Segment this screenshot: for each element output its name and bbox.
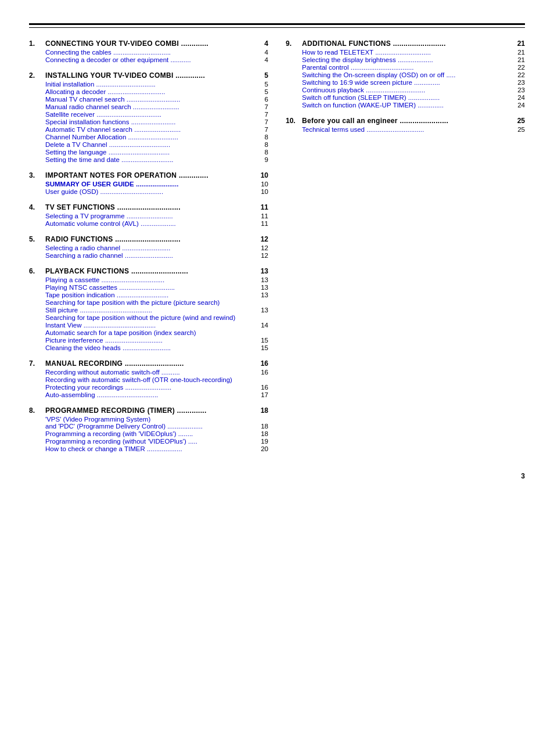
left-column: 1.CONNECTING YOUR TV-VIDEO COMBI .......… [29, 39, 268, 460]
section-page: 13 [251, 267, 268, 275]
toc-item[interactable]: Automatic volume control (AVL) .........… [29, 220, 268, 227]
toc-item[interactable]: Technical terms used ...................… [286, 126, 525, 133]
toc-item-page: 21 [508, 56, 525, 63]
toc-item-title: Technical terms used ...................… [302, 126, 508, 133]
toc-item[interactable]: Satellite receiver .....................… [29, 111, 268, 118]
toc-item[interactable]: Setting the time and date ..............… [29, 156, 268, 163]
toc-item[interactable]: Switch off function (SLEEP TIMER) ......… [286, 94, 525, 101]
toc-item-page: 20 [251, 445, 268, 452]
toc-item[interactable]: Switching to 16:9 wide screen picture ..… [286, 79, 525, 86]
toc-item[interactable]: Searching a radio channel ..............… [29, 252, 268, 259]
toc-item[interactable]: Selecting a TV programme ...............… [29, 213, 268, 219]
toc-item[interactable]: User guide (OSD) .......................… [29, 188, 268, 195]
section-title: TV SET FUNCTIONS .......................… [45, 203, 251, 211]
toc-item[interactable]: Automatic search for a tape position (in… [29, 329, 268, 336]
section-num: 1. [29, 39, 45, 48]
section-num: 10. [286, 117, 302, 125]
toc-item[interactable]: Manual radio channel search ............… [29, 103, 268, 110]
toc-item[interactable]: Programming a recording (with 'VIDEOplus… [29, 430, 268, 437]
toc-item-title: Programming a recording (with 'VIDEOplus… [45, 430, 251, 437]
toc-item[interactable]: Continuous playback ....................… [286, 87, 525, 93]
section-header: 6.PLAYBACK FUNCTIONS ...................… [29, 267, 268, 275]
section-header: 2.INSTALLING YOUR TV-VIDEO COMBI .......… [29, 71, 268, 80]
toc-item[interactable]: Protecting your recordings .............… [29, 384, 268, 391]
section-num: 8. [29, 406, 45, 415]
section-7: 7.MANUAL RECORDING .....................… [29, 359, 268, 398]
toc-item[interactable]: How to check or change a TIMER .........… [29, 445, 268, 452]
section-title: RADIO FUNCTIONS ........................… [45, 235, 251, 243]
toc-item[interactable]: SUMMARY OF USER GUIDE ..................… [29, 181, 268, 188]
toc-item[interactable]: Setting the language ...................… [29, 149, 268, 156]
toc-item[interactable]: Instant View ...........................… [29, 322, 268, 329]
toc-item[interactable]: Picture interference ...................… [29, 337, 268, 344]
toc-item-page: 8 [251, 141, 268, 148]
toc-item-page: 13 [251, 291, 268, 298]
toc-item[interactable]: Programming a recording (without 'VIDEOP… [29, 438, 268, 445]
toc-item[interactable]: Searching for tape position with the pic… [29, 299, 268, 306]
toc-item[interactable]: Delete a TV Channel ....................… [29, 141, 268, 148]
toc-item[interactable]: Selecting a radio channel ..............… [29, 244, 268, 251]
top-rule [29, 23, 525, 25]
section-num: 9. [286, 39, 302, 48]
toc-item-title: Playing a cassette .....................… [45, 276, 251, 283]
section-num: 2. [29, 71, 45, 80]
toc-item-title: Switch off function (SLEEP TIMER) ......… [302, 94, 508, 101]
section-4: 4.TV SET FUNCTIONS .....................… [29, 203, 268, 227]
toc-item-title: Playing NTSC cassettes .................… [45, 284, 251, 291]
toc-item-title: Setting the time and date ..............… [45, 156, 251, 163]
toc-item-page: 18 [251, 430, 268, 437]
toc-item[interactable]: Still picture ..........................… [29, 307, 268, 314]
toc-item-page: 13 [251, 307, 268, 314]
toc-item-title: Continuous playback ....................… [302, 87, 508, 93]
toc-item[interactable]: Channel Number Allocation ..............… [29, 134, 268, 141]
toc-item[interactable]: Auto-assembling ........................… [29, 391, 268, 398]
toc-item[interactable]: 'VPS' (Video Programming System)and 'PDC… [29, 416, 268, 430]
toc-wrap-text2: and 'PDC' (Programme Delivery Control) .… [45, 423, 251, 430]
toc-item-title: Recording without automatic switch-off .… [45, 369, 251, 376]
section-header: 5.RADIO FUNCTIONS ......................… [29, 235, 268, 243]
toc-item-title: Selecting the display brightness .......… [302, 56, 508, 63]
toc-item[interactable]: Selecting the display brightness .......… [286, 56, 525, 63]
toc-item-title: Initial installation ...................… [45, 81, 251, 88]
toc-item-page: 25 [508, 126, 525, 133]
toc-item[interactable]: Recording without automatic switch-off .… [29, 369, 268, 376]
toc-item[interactable]: Switch on function (WAKE-UP TIMER) .....… [286, 102, 525, 109]
toc-item-title: User guide (OSD) .......................… [45, 188, 251, 195]
toc-item-page: 7 [251, 111, 268, 118]
toc-item-title: Manual radio channel search ............… [45, 103, 251, 110]
toc-item[interactable]: Manual TV channel search ...............… [29, 96, 268, 103]
top-rule2 [29, 27, 525, 28]
toc-item-page: 12 [251, 244, 268, 251]
toc-item-page: 6 [251, 96, 268, 103]
toc-item[interactable]: Initial installation ...................… [29, 81, 268, 88]
toc-item[interactable]: Searching for tape position without the … [29, 314, 268, 321]
toc-item[interactable]: Switching the On-screen display (OSD) on… [286, 71, 525, 78]
toc-item[interactable]: Connecting a decoder or other equipment … [29, 56, 268, 63]
toc-item-title: How to check or change a TIMER .........… [45, 445, 251, 452]
section-title: PLAYBACK FUNCTIONS .....................… [45, 267, 251, 275]
toc-item[interactable]: Special installation functions .........… [29, 118, 268, 125]
toc-item[interactable]: How to read TELETEXT ...................… [286, 49, 525, 56]
toc-item[interactable]: Playing a cassette .....................… [29, 276, 268, 283]
toc-item-page: 23 [508, 87, 525, 93]
toc-item-page: 23 [508, 79, 525, 86]
toc-item-page: 14 [251, 322, 268, 329]
toc-item[interactable]: Parental control .......................… [286, 64, 525, 71]
toc-item[interactable]: Cleaning the video heads ...............… [29, 344, 268, 351]
toc-item-page: 4 [251, 49, 268, 56]
toc-wrap-text: Searching for tape position with the pic… [45, 299, 268, 306]
toc-item[interactable]: Playing NTSC cassettes .................… [29, 284, 268, 291]
toc-item-page: 7 [251, 118, 268, 125]
section-2: 2.INSTALLING YOUR TV-VIDEO COMBI .......… [29, 71, 268, 163]
toc-item[interactable]: Allocating a decoder ...................… [29, 88, 268, 95]
toc-item[interactable]: Automatic TV channel search ............… [29, 126, 268, 133]
toc-item[interactable]: Connecting the cables ..................… [29, 49, 268, 56]
toc-item-page: 15 [251, 344, 268, 351]
section-num: 4. [29, 203, 45, 211]
toc-item[interactable]: Tape position indication ...............… [29, 291, 268, 298]
toc-item-title: Parental control .......................… [302, 64, 508, 71]
toc-item[interactable]: Recording with automatic switch-off (OTR… [29, 376, 268, 383]
toc-item-page: 10 [251, 188, 268, 195]
toc-item-title: Instant View ...........................… [45, 322, 251, 329]
section-title: INSTALLING YOUR TV-VIDEO COMBI .........… [45, 71, 251, 80]
